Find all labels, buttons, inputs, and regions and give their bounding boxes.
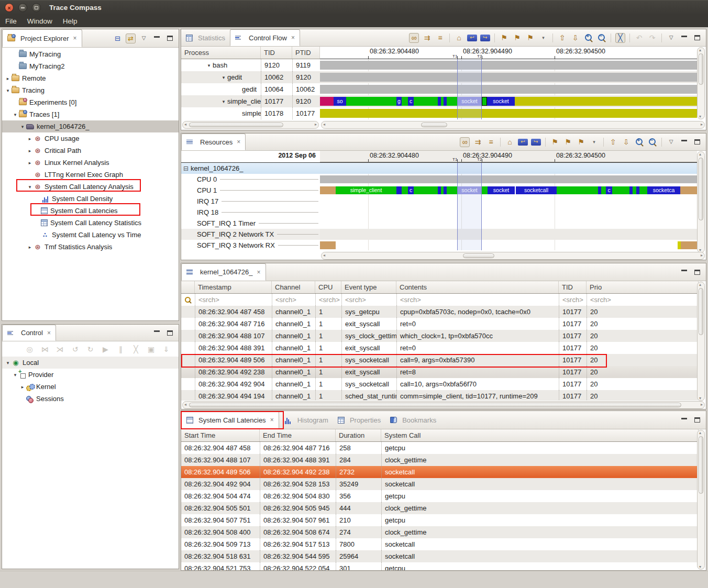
expand-arrow-icon[interactable]: ▾ bbox=[4, 88, 12, 93]
chart-row-gedit[interactable] bbox=[320, 83, 697, 95]
close-tab-icon[interactable]: × bbox=[237, 138, 240, 146]
resource-row-soft-irq-2-network-tx[interactable]: SOFT_IRQ 2 Network TX bbox=[181, 229, 320, 240]
column-header-duration[interactable]: Duration bbox=[336, 429, 381, 441]
expand-arrow-icon[interactable]: ▸ bbox=[4, 76, 12, 81]
tree-item-remote[interactable]: ▸Remote bbox=[2, 72, 179, 84]
bookmark-dropdown-button[interactable]: ▾ bbox=[589, 137, 599, 147]
minimize-view-button[interactable] bbox=[152, 34, 162, 43]
state-segment-blue[interactable]: c bbox=[408, 186, 414, 194]
state-segment-olive[interactable] bbox=[515, 97, 697, 106]
events-hscrollbar[interactable]: ◂▸ bbox=[182, 401, 705, 409]
latency-row-getcpu[interactable]: 08:26:32.904 507 75108:26:32.904 507 961… bbox=[181, 514, 699, 526]
maximize-view-button[interactable] bbox=[165, 34, 175, 43]
view-menu-button[interactable]: ▽ bbox=[666, 33, 676, 43]
tab-properties[interactable]: Properties bbox=[333, 411, 385, 429]
menu-file[interactable]: File bbox=[0, 16, 22, 26]
tab-bookmarks[interactable]: Bookmarks bbox=[385, 411, 441, 429]
filter-input-cpu[interactable]: <srch> bbox=[315, 294, 341, 306]
resources-chart[interactable]: simple_clientcsocketsocketsocketcallcsoc… bbox=[320, 162, 697, 250]
follow-events-button[interactable]: ╳ bbox=[615, 33, 625, 43]
filter-input-channel[interactable]: <srch> bbox=[272, 294, 315, 306]
chart-row-cpu-1[interactable]: simple_clientcsocketsocketsocketcallcsoc… bbox=[320, 185, 697, 196]
latency-row-getcpu[interactable]: 08:26:32.904 504 47408:26:32.904 504 830… bbox=[181, 490, 699, 502]
connect-node-button[interactable]: ⋈ bbox=[40, 344, 50, 354]
tree-item-local[interactable]: ▾◉Local bbox=[2, 357, 179, 369]
state-segment-green[interactable] bbox=[633, 186, 636, 194]
tab-statistics[interactable]: Statistics bbox=[181, 29, 230, 46]
state-segment-tan[interactable] bbox=[681, 241, 697, 249]
maximize-view-button[interactable] bbox=[692, 33, 702, 43]
state-segment-green[interactable] bbox=[414, 186, 438, 194]
state-segment-blue[interactable]: so bbox=[334, 97, 346, 106]
tab-events-kernel[interactable]: kernel_1064726_ × bbox=[181, 263, 266, 281]
event-row-exit-syscall[interactable]: 08:26:32.904 492 238channel0_11exit_sysc… bbox=[181, 366, 699, 378]
state-segment-tan[interactable] bbox=[320, 186, 336, 194]
column-header-timestamp[interactable]: Timestamp bbox=[195, 281, 272, 293]
tree-item-critical-path[interactable]: ▸⊛Critical Path bbox=[2, 145, 179, 157]
control-flow-chart-hscrollbar[interactable]: ◂▸ bbox=[321, 121, 705, 129]
chart-row-kernel-1064726[interactable] bbox=[320, 163, 697, 174]
minimize-view-button[interactable] bbox=[679, 137, 689, 147]
latency-row-socketcall[interactable]: 08:26:32.904 518 63108:26:32.904 544 595… bbox=[181, 550, 699, 562]
link-with-editor-button[interactable]: ⇄ bbox=[126, 34, 136, 43]
latency-row-socketcall[interactable]: 08:26:32.904 509 71308:26:32.904 517 513… bbox=[181, 538, 699, 550]
minimize-view-button[interactable] bbox=[679, 415, 689, 425]
minimize-view-button[interactable] bbox=[679, 33, 689, 43]
chart-row-simple-client[interactable]: sogcsocketsocket bbox=[320, 95, 697, 107]
time-selection-range[interactable] bbox=[457, 163, 482, 250]
event-row-sys-socketcall[interactable]: 08:26:32.904 492 904channel0_11sys_socke… bbox=[181, 378, 699, 390]
start-trace-button[interactable]: ▶ bbox=[101, 344, 110, 354]
tab-control[interactable]: Control × bbox=[2, 325, 56, 341]
tree-item-sessions[interactable]: Sessions bbox=[2, 393, 179, 405]
zoom-in-button[interactable]: + bbox=[583, 33, 593, 43]
latency-row-clock-gettime[interactable]: 08:26:32.904 505 50108:26:32.904 505 945… bbox=[181, 502, 699, 514]
expand-arrow-icon[interactable]: ▾ bbox=[12, 112, 19, 117]
prev-event-button[interactable]: ⇧ bbox=[557, 33, 567, 43]
maximize-view-button[interactable] bbox=[692, 137, 702, 147]
chart-row-gedit[interactable] bbox=[320, 71, 697, 83]
chart-row-cpu-0[interactable] bbox=[320, 174, 697, 185]
column-header-channel[interactable]: Channel bbox=[272, 281, 315, 293]
expand-arrow-icon[interactable]: ▾ bbox=[205, 63, 213, 68]
event-row-sys-socketcall[interactable]: 08:26:32.904 489 506channel0_11sys_socke… bbox=[181, 354, 699, 366]
state-segment-gray[interactable] bbox=[320, 175, 697, 183]
add-bookmark-button[interactable]: ⚑ bbox=[550, 137, 560, 147]
expand-arrow-icon[interactable]: ▸ bbox=[19, 384, 26, 390]
zoom-out-button[interactable]: − bbox=[647, 137, 657, 147]
expand-arrow-icon[interactable]: ▾ bbox=[220, 99, 227, 104]
prev-bookmark-button[interactable]: ⚑ bbox=[563, 137, 573, 147]
bookmark-dropdown-button[interactable]: ▾ bbox=[538, 33, 548, 43]
stop-trace-button[interactable]: ╳ bbox=[131, 344, 141, 354]
event-row-sys-clock-gettime[interactable]: 08:26:32.904 488 107channel0_11sys_clock… bbox=[181, 330, 699, 342]
chart-row-simple-client[interactable] bbox=[320, 107, 697, 119]
add-bookmark-button[interactable]: ⚑ bbox=[499, 33, 509, 43]
state-segment-green[interactable] bbox=[402, 97, 408, 106]
next-event-button[interactable]: ⇩ bbox=[621, 137, 631, 147]
resource-row-kernel-1064726[interactable]: ⊟kernel_1064726_ bbox=[181, 163, 320, 174]
tree-item-system-call-density[interactable]: System Call Density bbox=[2, 193, 179, 205]
state-segment-blue[interactable] bbox=[396, 186, 402, 194]
tab-control-flow[interactable]: Control Flow × bbox=[230, 29, 300, 46]
legend-button[interactable]: ≡ bbox=[435, 33, 445, 43]
view-menu-button[interactable]: ▽ bbox=[666, 137, 676, 147]
filter-input-contents[interactable]: <srch> bbox=[396, 294, 559, 306]
snapshot-button[interactable]: ▣ bbox=[146, 344, 156, 354]
home-button[interactable]: ⌂ bbox=[454, 33, 464, 43]
tab-system-call-latencies[interactable]: System Call Latencies × bbox=[181, 411, 279, 429]
redo-button[interactable]: ↷ bbox=[647, 33, 657, 43]
home-button[interactable]: ⌂ bbox=[505, 137, 515, 147]
prev-event-button[interactable]: ⇧ bbox=[608, 137, 618, 147]
zoom-out-button[interactable]: − bbox=[596, 33, 606, 43]
prev-bookmark-button[interactable]: ⚑ bbox=[512, 33, 522, 43]
menu-help[interactable]: Help bbox=[58, 16, 83, 26]
chart-row-bash[interactable] bbox=[320, 59, 697, 71]
close-tab-icon[interactable]: × bbox=[270, 416, 274, 424]
expand-arrow-icon[interactable]: ▾ bbox=[220, 75, 227, 80]
maximize-view-button[interactable] bbox=[692, 267, 702, 277]
window-minimize-button[interactable] bbox=[18, 3, 27, 12]
optimize-button[interactable]: ⇉ bbox=[422, 33, 432, 43]
maximize-view-button[interactable] bbox=[165, 328, 175, 338]
column-header-event-type[interactable]: Event type bbox=[341, 281, 396, 293]
next-bookmark-button[interactable]: ⚑ bbox=[525, 33, 535, 43]
prev-marker-button[interactable]: ↩ bbox=[467, 35, 477, 41]
